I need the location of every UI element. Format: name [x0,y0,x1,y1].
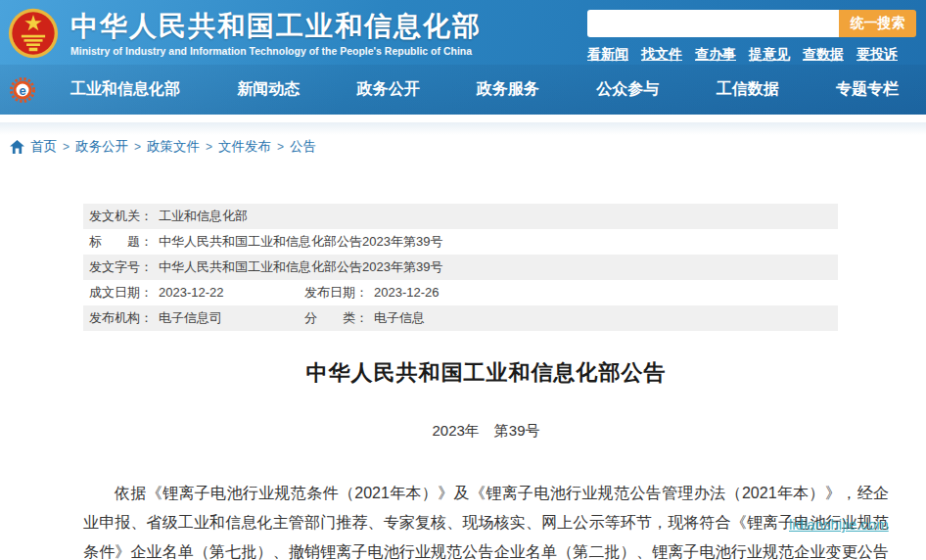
breadcrumb-separator: > [63,140,69,154]
article-content: 发文机关： 工业和信息化部 标 题： 中华人民共和国工业和信息化部公告2023年… [83,204,889,560]
nav-item-gov-services[interactable]: 政务服务 [477,79,539,100]
nav-item-data[interactable]: 工信数据 [717,79,779,100]
site-header: 中华人民共和国工业和信息化部 Ministry of Industry and … [0,0,926,115]
quick-link-files[interactable]: 找文件 [641,46,682,64]
breadcrumb-policy-files[interactable]: 政策文件 [147,138,200,156]
nav-item-news[interactable]: 新闻动态 [237,79,300,100]
main-nav: e 工业和信息化部 新闻动态 政务公开 政务服务 公众参与 工信数据 专题专栏 [0,65,926,115]
miit-e-logo-icon: e [10,77,35,103]
svg-text:e: e [19,83,25,98]
nav-item-topics[interactable]: 专题专栏 [836,79,899,100]
national-emblem-logo-icon [8,6,59,61]
subheader-strip [0,122,926,135]
document-body: 依据《锂离子电池行业规范条件（2021年本）》及《锂离子电池行业规范公告管理办法… [83,479,889,560]
site-subtitle-en: Ministry of Industry and Information Tec… [70,45,482,57]
breadcrumb: 首页 > 政务公开 > 政策文件 > 文件发布 > 公告 [10,138,316,156]
quick-link-feedback[interactable]: 提意见 [749,46,790,64]
meta-cell: 成文日期： 2023-12-22 [83,280,299,305]
nav-item-participation[interactable]: 公众参与 [596,79,659,100]
meta-cell: 发文机关： 工业和信息化部 [83,204,248,229]
quick-link-news[interactable]: 看新闻 [587,46,628,64]
meta-cell: 标 题： 中华人民共和国工业和信息化部公告2023年第39号 [83,229,442,255]
meta-value: 中华人民共和国工业和信息化部公告2023年第39号 [159,255,442,280]
brand[interactable]: 中华人民共和国工业和信息化部 Ministry of Industry and … [0,0,482,61]
meta-cell: 发文字号： 中华人民共和国工业和信息化部公告2023年第39号 [83,255,442,280]
meta-row-dates: 成文日期： 2023-12-22 发布日期： 2023-12-26 [83,280,838,305]
meta-label: 标 题： [89,229,153,255]
meta-row-publisher: 发布机构： 电子信息司 分 类： 电子信息 [83,305,838,331]
meta-cell: 分 类： 电子信息 [299,305,425,331]
breadcrumb-separator: > [277,140,284,154]
meta-value: 电子信息 [374,305,425,331]
search-button[interactable]: 统一搜索 [839,10,916,37]
meta-label: 发文字号： [89,255,153,280]
meta-cell: 发布机构： 电子信息司 [83,305,299,331]
meta-label: 成文日期： [89,280,153,305]
breadcrumb-file-release[interactable]: 文件发布 [218,138,271,156]
issue-number: 2023年 第39号 [83,422,889,441]
breadcrumb-gov-open[interactable]: 政务公开 [75,138,128,156]
nav-items: 工业和信息化部 新闻动态 政务公开 政务服务 公众参与 工信数据 专题专栏 [0,79,926,100]
header-top: 中华人民共和国工业和信息化部 Ministry of Industry and … [0,0,926,65]
meta-value: 中华人民共和国工业和信息化部公告2023年第39号 [159,229,442,255]
document-title: 中华人民共和国工业和信息化部公告 [83,358,889,388]
meta-label: 发布机构： [89,305,153,331]
meta-row-title: 标 题： 中华人民共和国工业和信息化部公告2023年第39号 [83,229,838,255]
nav-item-gov-open[interactable]: 政务公开 [357,79,420,100]
quick-link-complaint[interactable]: 要投诉 [857,46,898,64]
search-area: 统一搜索 看新闻 找文件 查办事 提意见 查数据 要投诉 [587,10,916,64]
watermark-link[interactable]: lidianshijie.com [789,516,889,533]
meta-value: 2023-12-22 [159,280,224,305]
meta-cell: 发布日期： 2023-12-26 [299,280,440,305]
quick-link-data[interactable]: 查数据 [803,46,844,64]
meta-row-doc-number: 发文字号： 中华人民共和国工业和信息化部公告2023年第39号 [83,255,838,280]
meta-label: 发文机关： [89,204,153,229]
page: 中华人民共和国工业和信息化部 Ministry of Industry and … [0,0,926,560]
meta-value: 电子信息司 [159,305,222,331]
breadcrumb-home[interactable]: 首页 [30,138,57,156]
meta-label: 分 类： [304,305,368,331]
site-title: 中华人民共和国工业和信息化部 [70,10,482,43]
home-icon[interactable] [10,140,24,154]
search-input[interactable] [587,10,839,37]
breadcrumb-separator: > [206,140,212,154]
document-meta-table: 发文机关： 工业和信息化部 标 题： 中华人民共和国工业和信息化部公告2023年… [83,204,838,331]
quick-link-services[interactable]: 查办事 [695,46,736,64]
search-row: 统一搜索 [587,10,916,37]
meta-value: 工业和信息化部 [159,204,248,229]
meta-row-issuing-org: 发文机关： 工业和信息化部 [83,204,838,229]
brand-text: 中华人民共和国工业和信息化部 Ministry of Industry and … [70,10,482,57]
nav-item-miit[interactable]: 工业和信息化部 [70,79,180,100]
meta-value: 2023-12-26 [374,280,440,305]
quick-links: 看新闻 找文件 查办事 提意见 查数据 要投诉 [587,46,916,64]
meta-label: 发布日期： [304,280,368,305]
breadcrumb-announcement[interactable]: 公告 [290,138,316,156]
breadcrumb-separator: > [134,140,141,154]
